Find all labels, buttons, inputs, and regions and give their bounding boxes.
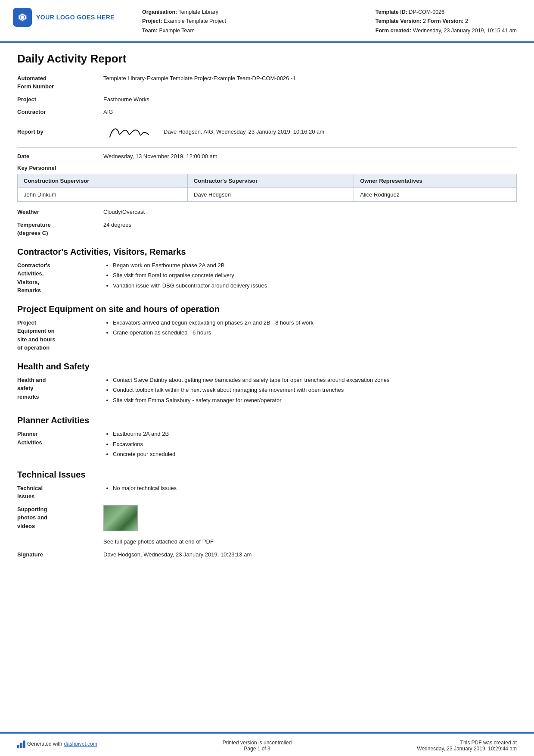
list-item: Site visit from Emma Sainsbury - safety … — [113, 396, 517, 405]
photos-value: See full page photos attached at end of … — [103, 505, 517, 546]
footer-center: Printed version is uncontrolled Page 1 o… — [223, 740, 292, 752]
signature-svg — [103, 121, 155, 143]
footer-pdf-date: Wednesday, 23 January 2019, 10:29:44 am — [417, 746, 517, 752]
project-row: Project: Example Template Project — [142, 17, 376, 26]
col-owner-representatives: Owner Representatives — [354, 174, 517, 188]
logo-icon — [13, 8, 32, 27]
report-by-field-row: Report by Dave Hodgson, AIG, Wednesday, … — [17, 121, 517, 143]
list-item: Excavators arrived and begun excavating … — [113, 319, 517, 327]
date-field-value: Wednesday, 13 November 2019, 12:00:00 am — [103, 152, 517, 161]
signature-label: Signature — [17, 550, 103, 559]
section-field-row-1: ProjectEquipment onsite and hoursof oper… — [17, 319, 517, 352]
section-bullet-list-1: Excavators arrived and begun excavating … — [103, 319, 517, 337]
logo-text: YOUR LOGO GOES HERE — [36, 14, 115, 21]
key-personnel-label: Key Personnel — [17, 165, 517, 171]
date-field-label: Date — [17, 152, 103, 161]
footer-logo: Generated with dashpivot.com — [17, 740, 97, 748]
report-by-text: Dave Hodgson, AIG, Wednesday, 23 January… — [164, 128, 324, 136]
list-item: Concrete pour scheduled — [113, 450, 517, 459]
report-by-label: Report by — [17, 128, 103, 136]
signature-field-row: Signature Dave Hodgson, Wednesday, 23 Ja… — [17, 550, 517, 559]
technical-bullet-list: No major technical issues — [103, 484, 517, 493]
org-label: Organisation: — [142, 9, 177, 15]
section-value-1: Excavators arrived and begun excavating … — [103, 319, 517, 339]
personnel-cell: John Dinkum — [18, 188, 188, 202]
personnel-table-row: John DinkumDave HodgsonAlice Rodriguez — [18, 188, 517, 202]
photo-thumbnail — [103, 505, 138, 531]
photo-thumb-inner — [104, 506, 137, 531]
list-item: Site visit from Boral to organise concre… — [113, 271, 517, 280]
technical-issues-field-row: TechnicalIssues No major technical issue… — [17, 484, 517, 501]
template-version-label: Template Version: — [376, 18, 422, 24]
template-id-row: Template ID: DP-COM-0026 — [376, 8, 517, 17]
list-item: Excavations — [113, 440, 517, 449]
org-value: Template Library — [179, 9, 218, 15]
contractor-field-value: AIG — [103, 108, 517, 116]
divider-1 — [17, 147, 517, 148]
section-value-3: Eastbourne 2A and 2BExcavationsConcrete … — [103, 430, 517, 460]
form-created-value: Wednesday, 23 January 2019, 10:15:41 am — [413, 28, 517, 34]
list-item: Variation issue with DBG subcontractor a… — [113, 281, 517, 290]
section-heading-0: Contractor's Activities, Visitors, Remar… — [17, 247, 517, 257]
form-created-label: Form created: — [376, 28, 411, 34]
bar-1 — [17, 745, 19, 748]
list-item: Conduct toolbox talk within the next wee… — [113, 386, 517, 394]
list-item: Eastbourne 2A and 2B — [113, 430, 517, 438]
section-field-row-3: PlannerActivitiesEastbourne 2A and 2BExc… — [17, 430, 517, 460]
template-id-value: DP-COM-0026 — [409, 9, 444, 15]
temperature-value: 24 degrees — [103, 221, 517, 229]
header-meta-center: Organisation: Template Library Project: … — [142, 8, 376, 35]
sections-container: Contractor's Activities, Visitors, Remar… — [17, 247, 517, 460]
section-heading-2: Health and Safety — [17, 362, 517, 372]
org-row: Organisation: Template Library — [142, 8, 376, 17]
weather-field-row: Weather Cloudy/Overcast — [17, 208, 517, 216]
weather-value: Cloudy/Overcast — [103, 208, 517, 216]
project-field-row: Project Eastbourne Works — [17, 95, 517, 104]
footer-pdf-label: This PDF was created at — [417, 740, 517, 746]
section-label-2: Health andsafetyremarks — [17, 376, 103, 401]
list-item: Contact Steve Daintry about getting new … — [113, 376, 517, 384]
header-meta-right: Template ID: DP-COM-0026 Template Versio… — [376, 8, 517, 35]
temperature-label: Temperature(degrees C) — [17, 221, 103, 237]
col-contractors-supervisor: Contractor's Supervisor — [188, 174, 354, 188]
template-version-row: Template Version: 2 Form Version: 2 — [376, 17, 517, 26]
footer-right: This PDF was created at Wednesday, 23 Ja… — [417, 740, 517, 752]
footer-bars-icon — [17, 740, 25, 748]
form-version-label: Form Version: — [427, 18, 463, 24]
team-row: Team: Example Team — [142, 26, 376, 35]
contractor-field-row: Contractor AIG — [17, 108, 517, 116]
technical-issues-heading: Technical Issues — [17, 470, 517, 480]
footer-link[interactable]: dashpivot.com — [64, 741, 97, 747]
section-label-0: Contractor'sActivities,Visitors,Remarks — [17, 261, 103, 295]
section-label-3: PlannerActivities — [17, 430, 103, 447]
project-field-label: Project — [17, 95, 103, 104]
logo-svg — [16, 11, 28, 23]
temperature-field-row: Temperature(degrees C) 24 degrees — [17, 221, 517, 237]
footer-left: Generated with dashpivot.com — [17, 740, 97, 748]
page: YOUR LOGO GOES HERE Organisation: Templa… — [0, 0, 534, 756]
technical-issues-label: TechnicalIssues — [17, 484, 103, 501]
doc-title: Daily Activity Report — [17, 52, 517, 67]
section-heading-3: Planner Activities — [17, 415, 517, 425]
team-value: Example Team — [159, 28, 194, 34]
template-version-value: 2 — [423, 18, 426, 24]
section-bullet-list-3: Eastbourne 2A and 2BExcavationsConcrete … — [103, 430, 517, 459]
bar-2 — [20, 743, 22, 748]
section-bullet-list-0: Began work on Eastbourne phase 2A and 2B… — [103, 261, 517, 290]
template-id-label: Template ID: — [376, 9, 407, 15]
section-heading-1: Project Equipment on site and hours of o… — [17, 304, 517, 314]
personnel-cell: Alice Rodriguez — [354, 188, 517, 202]
weather-label: Weather — [17, 208, 103, 216]
automated-value: Template Library-Example Template Projec… — [103, 74, 517, 83]
logo-area: YOUR LOGO GOES HERE — [13, 8, 125, 27]
personnel-cell: Dave Hodgson — [188, 188, 354, 202]
footer-page: Page 1 of 3 — [223, 746, 292, 752]
photos-label: Supportingphotos andvideos — [17, 505, 103, 531]
section-field-row-0: Contractor'sActivities,Visitors,RemarksB… — [17, 261, 517, 295]
report-by-value: Dave Hodgson, AIG, Wednesday, 23 January… — [103, 121, 517, 143]
section-bullet-list-2: Contact Steve Daintry about getting new … — [103, 376, 517, 405]
technical-issues-value: No major technical issues — [103, 484, 517, 494]
main-content: Daily Activity Report AutomatedForm Numb… — [0, 43, 534, 732]
personnel-header-row: Construction Supervisor Contractor's Sup… — [18, 174, 517, 188]
list-item: No major technical issues — [113, 484, 517, 493]
